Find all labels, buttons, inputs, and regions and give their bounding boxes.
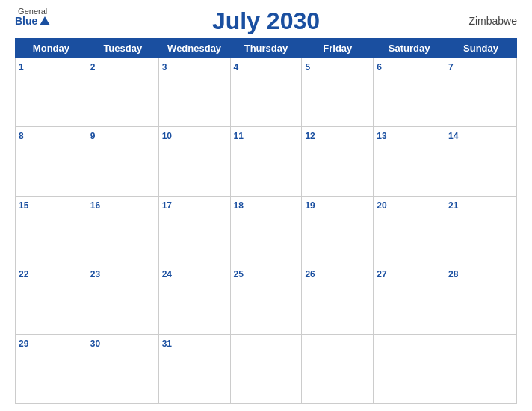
- day-number: 27: [377, 269, 386, 279]
- calendar-cell: 22: [16, 265, 87, 334]
- calendar-cell: 29: [16, 334, 87, 403]
- day-number: 19: [305, 200, 315, 211]
- country-label: Zimbabwe: [468, 15, 517, 27]
- weekday-wednesday: Wednesday: [158, 39, 230, 58]
- weekday-sunday: Sunday: [445, 39, 517, 58]
- calendar-cell: 2: [87, 58, 158, 127]
- calendar-cell: 1: [16, 58, 87, 127]
- calendar-cell: [445, 334, 517, 403]
- logo-triangle-icon: [40, 16, 50, 25]
- calendar-cell: 10: [158, 127, 230, 196]
- day-number: 24: [162, 269, 172, 279]
- calendar-cell: 3: [158, 58, 230, 127]
- month-title: July 2030: [15, 7, 517, 35]
- calendar-cell: 14: [445, 127, 517, 196]
- day-number: 25: [234, 269, 244, 279]
- day-number: 1: [19, 62, 24, 72]
- calendar-cell: 4: [230, 58, 302, 127]
- calendar-cell: 21: [445, 196, 517, 265]
- calendar-cell: 28: [445, 265, 517, 334]
- day-number: 16: [90, 200, 100, 211]
- calendar-cell: 27: [374, 265, 445, 334]
- calendar-cell: 31: [158, 334, 230, 403]
- logo: General Blue: [15, 7, 50, 26]
- day-number: 30: [90, 339, 100, 349]
- calendar-cell: 12: [302, 127, 374, 196]
- calendar-cell: [302, 334, 374, 403]
- day-number: 15: [19, 200, 28, 211]
- calendar-cell: 11: [230, 127, 302, 196]
- day-number: 3: [162, 62, 167, 72]
- weekday-monday: Monday: [16, 39, 87, 58]
- week-row-3: 15161718192021: [16, 196, 517, 265]
- week-row-2: 891011121314: [16, 127, 517, 196]
- calendar-cell: 26: [302, 265, 374, 334]
- calendar-cell: 24: [158, 265, 230, 334]
- calendar-cell: 13: [374, 127, 445, 196]
- calendar-cell: 30: [87, 334, 158, 403]
- calendar-cell: 5: [302, 58, 374, 127]
- calendar-cell: 8: [16, 127, 87, 196]
- calendar-cell: 7: [445, 58, 517, 127]
- weekday-tuesday: Tuesday: [87, 39, 158, 58]
- day-number: 18: [234, 200, 244, 211]
- day-number: 29: [19, 339, 28, 349]
- day-number: 4: [234, 62, 239, 72]
- day-number: 26: [305, 269, 315, 279]
- calendar-cell: 18: [230, 196, 302, 265]
- day-number: 21: [448, 200, 458, 211]
- calendar-cell: 6: [374, 58, 445, 127]
- week-row-4: 22232425262728: [16, 265, 517, 334]
- day-number: 14: [448, 131, 458, 141]
- day-number: 28: [448, 269, 458, 279]
- day-number: 7: [448, 62, 454, 72]
- day-number: 23: [90, 269, 100, 279]
- calendar-cell: 20: [374, 196, 445, 265]
- calendar-cell: 16: [87, 196, 158, 265]
- day-number: 20: [377, 200, 386, 211]
- day-number: 5: [305, 62, 310, 72]
- day-number: 6: [377, 62, 382, 72]
- weekday-saturday: Saturday: [374, 39, 445, 58]
- day-number: 17: [162, 200, 172, 211]
- calendar-cell: 17: [158, 196, 230, 265]
- calendar-cell: 19: [302, 196, 374, 265]
- day-number: 22: [19, 269, 28, 279]
- day-number: 13: [377, 131, 386, 141]
- day-number: 9: [90, 131, 96, 141]
- day-number: 8: [19, 131, 24, 141]
- weekday-thursday: Thursday: [230, 39, 302, 58]
- calendar-cell: [374, 334, 445, 403]
- weekday-friday: Friday: [302, 39, 374, 58]
- day-number: 31: [162, 339, 172, 349]
- calendar-cell: 9: [87, 127, 158, 196]
- calendar-body: 1234567891011121314151617181920212223242…: [16, 58, 517, 404]
- calendar-table: MondayTuesdayWednesdayThursdayFridaySatu…: [15, 38, 517, 404]
- weekday-row: MondayTuesdayWednesdayThursdayFridaySatu…: [16, 39, 517, 58]
- day-number: 10: [162, 131, 172, 141]
- calendar-cell: 23: [87, 265, 158, 334]
- week-row-1: 1234567: [16, 58, 517, 127]
- day-number: 2: [90, 62, 96, 72]
- day-number: 11: [234, 131, 244, 141]
- calendar-header-row: MondayTuesdayWednesdayThursdayFridaySatu…: [16, 39, 517, 58]
- logo-blue: Blue: [15, 16, 50, 26]
- week-row-5: 293031: [16, 334, 517, 403]
- calendar-header: General Blue July 2030 Zimbabwe: [15, 7, 517, 35]
- calendar-cell: [230, 334, 302, 403]
- calendar-cell: 15: [16, 196, 87, 265]
- calendar-cell: 25: [230, 265, 302, 334]
- day-number: 12: [305, 131, 315, 141]
